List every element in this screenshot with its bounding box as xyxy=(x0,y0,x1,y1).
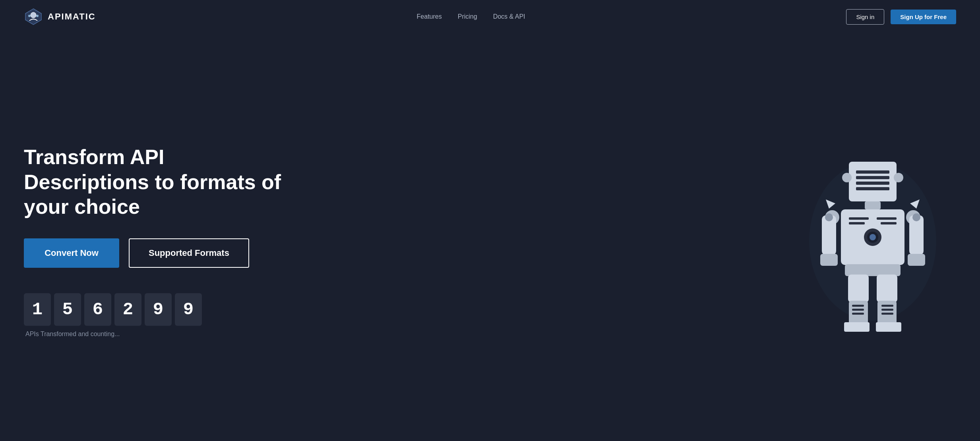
logo-icon xyxy=(24,7,43,26)
nav-links: Features Pricing Docs & API xyxy=(417,13,525,20)
digit-3: 2 xyxy=(114,293,141,326)
robot-svg xyxy=(797,138,948,344)
svg-rect-38 xyxy=(876,322,901,332)
svg-rect-19 xyxy=(877,217,897,220)
robot-illustration xyxy=(789,138,956,344)
digit-5: 9 xyxy=(175,293,202,326)
svg-rect-32 xyxy=(844,322,870,332)
svg-rect-6 xyxy=(856,170,889,174)
svg-point-1 xyxy=(31,12,36,18)
svg-rect-40 xyxy=(881,309,893,311)
svg-point-16 xyxy=(870,234,876,240)
svg-rect-39 xyxy=(881,305,893,307)
svg-rect-17 xyxy=(849,217,869,220)
svg-point-11 xyxy=(894,173,903,182)
hero-section: Transform API Descriptions to formats of… xyxy=(0,33,980,441)
svg-rect-33 xyxy=(852,305,864,307)
svg-rect-20 xyxy=(881,222,897,224)
svg-rect-24 xyxy=(820,254,838,266)
signup-button[interactable]: Sign Up for Free xyxy=(891,10,956,24)
svg-rect-41 xyxy=(881,313,893,315)
logo-text: APIMATIC xyxy=(48,12,96,22)
nav-docs-api[interactable]: Docs & API xyxy=(493,13,525,20)
navbar: APIMATIC Features Pricing Docs & API Sig… xyxy=(0,0,980,33)
svg-point-2 xyxy=(28,15,31,17)
svg-rect-18 xyxy=(849,222,865,224)
svg-rect-7 xyxy=(856,176,889,179)
svg-rect-8 xyxy=(856,182,889,185)
svg-point-23 xyxy=(825,213,833,221)
digit-0: 1 xyxy=(24,293,51,326)
signin-button[interactable]: Sign in xyxy=(846,9,884,25)
nav-actions: Sign in Sign Up for Free xyxy=(846,9,956,25)
svg-rect-9 xyxy=(856,187,889,190)
hero-title: Transform API Descriptions to formats of… xyxy=(24,145,294,219)
svg-point-10 xyxy=(842,173,852,182)
convert-now-button[interactable]: Convert Now xyxy=(24,238,119,268)
digit-1: 5 xyxy=(54,293,81,326)
nav-pricing[interactable]: Pricing xyxy=(458,13,477,20)
svg-rect-12 xyxy=(865,201,881,209)
counter-digits: 1 5 6 2 9 9 xyxy=(24,293,202,326)
counter-section: 1 5 6 2 9 9 APIs Transformed and countin… xyxy=(24,293,294,338)
logo-link[interactable]: APIMATIC xyxy=(24,7,96,26)
svg-point-27 xyxy=(912,213,920,221)
hero-content: Transform API Descriptions to formats of… xyxy=(24,145,294,337)
svg-rect-36 xyxy=(877,275,897,302)
svg-point-3 xyxy=(36,15,39,17)
counter-label: APIs Transformed and counting... xyxy=(24,331,120,338)
svg-rect-35 xyxy=(852,313,864,315)
svg-rect-34 xyxy=(852,309,864,311)
svg-rect-28 xyxy=(908,254,925,266)
digit-4: 9 xyxy=(145,293,172,326)
hero-buttons: Convert Now Supported Formats xyxy=(24,238,294,268)
svg-rect-30 xyxy=(848,275,869,302)
nav-features[interactable]: Features xyxy=(417,13,442,20)
svg-rect-29 xyxy=(845,264,901,276)
digit-2: 6 xyxy=(84,293,111,326)
supported-formats-button[interactable]: Supported Formats xyxy=(129,238,249,268)
